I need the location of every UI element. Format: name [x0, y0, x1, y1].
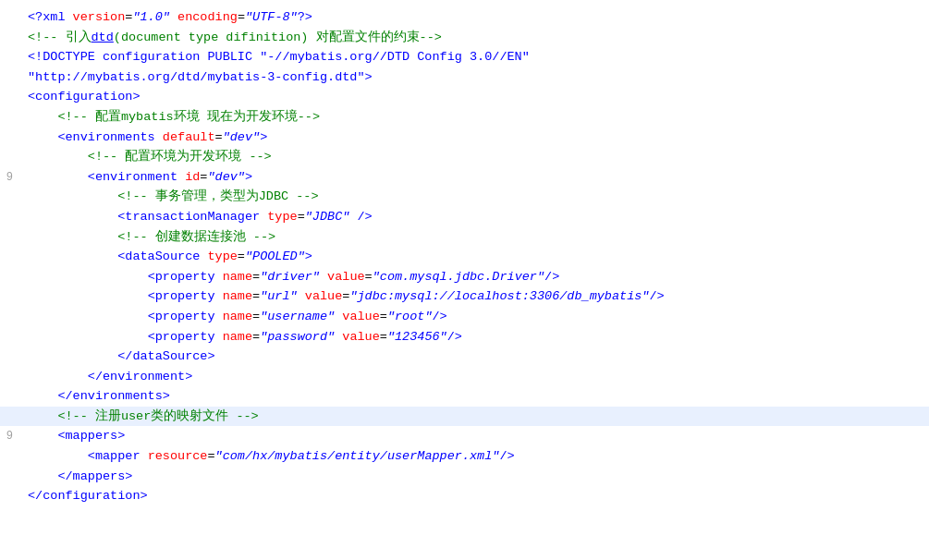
- code-token: <!DOCTYPE configuration PUBLIC "-//mybat…: [28, 50, 530, 64]
- code-token: </environments>: [57, 389, 170, 403]
- code-token: [28, 449, 88, 463]
- code-line: <property name="url" value="jdbc:mysql:/…: [0, 286, 929, 307]
- code-token: encoding: [177, 10, 238, 24]
- code-token: <property: [148, 289, 223, 303]
- code-token: name: [223, 270, 252, 284]
- code-token: />: [349, 210, 372, 224]
- code-token: <mappers>: [57, 429, 125, 443]
- code-token: <?xml: [28, 10, 73, 24]
- code-token: name: [223, 289, 252, 303]
- line-content: <property name="password" value="123456"…: [24, 327, 929, 347]
- code-line: </environments>: [0, 386, 929, 407]
- code-line: 9 <environment id="dev">: [0, 167, 929, 188]
- code-token: value: [342, 330, 380, 344]
- line-content: <transactionManager type="JDBC" />: [24, 207, 929, 227]
- code-token: "dev": [207, 170, 245, 184]
- code-token: =: [252, 330, 260, 344]
- code-line: </environment>: [0, 367, 929, 387]
- line-content: <property name="username" value="root"/>: [24, 307, 929, 327]
- code-token: =: [252, 270, 260, 284]
- code-token: (document type difinition) 对配置文件的约束-->: [114, 30, 442, 44]
- code-token: [298, 289, 305, 303]
- code-token: =: [365, 270, 373, 284]
- line-content: </environment>: [24, 367, 929, 387]
- line-content: <dataSource type="POOLED">: [24, 247, 929, 267]
- code-token: id: [185, 170, 200, 184]
- code-line: </mappers>: [0, 467, 929, 487]
- code-token: resource: [148, 449, 208, 463]
- code-token: "UTF-8": [245, 10, 298, 24]
- code-token: [28, 150, 88, 164]
- code-token: />: [649, 289, 664, 303]
- code-line: <mapper resource="com/hx/mybatis/entity/…: [0, 446, 929, 467]
- code-token: =: [380, 330, 387, 344]
- code-line: <!-- 事务管理，类型为JDBC -->: [0, 187, 929, 207]
- code-line: <?xml version="1.0" encoding="UTF-8"?>: [0, 7, 929, 28]
- line-content: </dataSource>: [24, 347, 929, 367]
- code-token: <transactionManager: [117, 210, 267, 224]
- code-token: "JDBC": [305, 210, 350, 224]
- code-token: name: [223, 330, 252, 344]
- line-content: <!-- 注册user类的映射文件 -->: [24, 407, 929, 427]
- code-line: <!-- 创建数据连接池 -->: [0, 227, 929, 248]
- code-token: [320, 270, 327, 284]
- code-token: <property: [148, 270, 223, 284]
- code-token: =: [380, 310, 387, 323]
- code-token: [28, 429, 57, 443]
- code-token: <property: [148, 310, 223, 323]
- code-token: [28, 130, 57, 144]
- line-content: </mappers>: [24, 467, 929, 487]
- code-token: <environment: [88, 170, 185, 184]
- code-token: </dataSource>: [117, 349, 214, 363]
- line-content: </configuration>: [24, 486, 929, 506]
- code-line: <property name="password" value="123456"…: [0, 327, 929, 347]
- code-token: type: [207, 250, 237, 263]
- code-token: "username": [260, 310, 335, 323]
- code-token: =: [215, 130, 223, 144]
- code-token: [28, 189, 117, 203]
- line-content: <property name="driver" value="com.mysql…: [24, 267, 929, 287]
- code-token: [28, 330, 148, 344]
- code-token: name: [223, 310, 252, 323]
- line-content: </environments>: [24, 386, 929, 407]
- code-token: "POOLED": [245, 250, 305, 263]
- code-token: "driver": [260, 270, 320, 284]
- line-content: <?xml version="1.0" encoding="UTF-8"?>: [24, 7, 929, 28]
- code-line: <configuration>: [0, 87, 929, 107]
- code-token: <!-- 引入: [28, 30, 92, 44]
- code-token: "1.0": [132, 10, 170, 24]
- code-token: [28, 210, 117, 224]
- code-token: =: [252, 310, 260, 323]
- code-token: version: [73, 10, 126, 24]
- code-token: >: [260, 130, 267, 144]
- code-token: [28, 349, 117, 363]
- code-token: [28, 170, 88, 184]
- code-token: dtd: [92, 30, 114, 44]
- code-token: "com/hx/mybatis/entity/userMapper.xml": [215, 449, 500, 463]
- code-token: <configuration>: [28, 90, 141, 103]
- line-content: <!-- 配置环境为开发环境 -->: [24, 147, 929, 167]
- code-token: "jdbc:mysql://localhost:3306/db_mybatis": [349, 289, 649, 303]
- line-content: <!DOCTYPE configuration PUBLIC "-//mybat…: [24, 47, 929, 67]
- line-content: <environment id="dev">: [24, 167, 929, 188]
- code-token: [28, 370, 88, 383]
- code-line: <property name="username" value="root"/>: [0, 307, 929, 327]
- code-token: [28, 310, 148, 323]
- code-token: value: [327, 270, 365, 284]
- code-line: <dataSource type="POOLED">: [0, 247, 929, 267]
- code-token: </environment>: [88, 370, 192, 383]
- code-token: "com.mysql.jdbc.Driver": [373, 270, 544, 284]
- code-token: <!-- 配置mybatis环境 现在为开发环境-->: [57, 110, 320, 124]
- line-content: "http://mybatis.org/dtd/mybatis-3-config…: [24, 67, 929, 88]
- code-token: default: [163, 130, 215, 144]
- code-token: <dataSource: [117, 250, 207, 263]
- code-token: <!-- 配置环境为开发环境 -->: [88, 150, 272, 164]
- code-token: =: [238, 10, 245, 24]
- code-token: <!-- 注册user类的映射文件 -->: [57, 409, 258, 423]
- code-token: "password": [260, 330, 335, 344]
- code-line: <!-- 引入dtd(document type difinition) 对配置…: [0, 28, 929, 48]
- line-content: <environments default="dev">: [24, 128, 929, 148]
- line-number: 9: [0, 428, 17, 445]
- code-line: <!-- 配置环境为开发环境 -->: [0, 147, 929, 167]
- code-token: >: [305, 250, 312, 263]
